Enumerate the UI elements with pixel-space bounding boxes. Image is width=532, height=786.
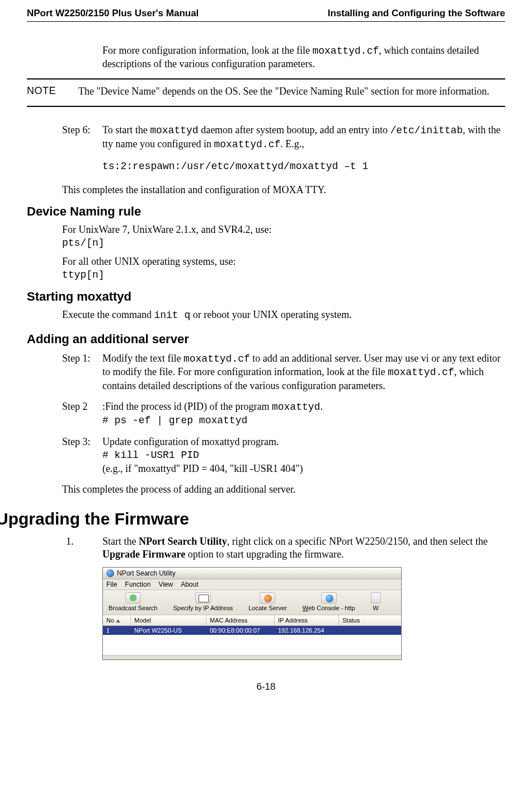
cell-mac: 00:90:E8:00:00:07 [206,626,275,635]
step-label: Step 2 [62,400,102,428]
step-label: Step 3: [62,436,102,475]
note-label: NOTE [27,85,78,98]
extra-icon [371,592,381,603]
menu-view-label: View [158,581,173,588]
heading-starting-moxattyd: Starting moxattyd [27,289,505,304]
col-header-ip[interactable]: IP Address [275,615,339,625]
specify-ip-button[interactable]: Specify by IP Address [173,592,233,611]
toolbar-label: W [373,605,379,611]
nport-search-utility-screenshot: NPort Search Utility File Function View … [102,567,402,660]
bold-text: Upgrade Firmware [102,549,185,560]
code-filename: moxattyd.cf [312,45,379,57]
code: moxattyd.cf [183,353,250,364]
menu-function[interactable]: Function [125,581,150,588]
intro-paragraph: For more configuration information, look… [102,44,505,71]
text: (e.g., if "moxattyd" PID = 404, "kill -U… [102,463,303,474]
col-header-no[interactable]: No [103,615,131,625]
heading-device-naming: Device Naming rule [27,204,505,219]
code: moxattyd [150,125,198,136]
menu-file-label: File [106,581,117,588]
code: moxattyd.cf [214,139,280,150]
locate-server-button[interactable]: Locate Server [248,592,286,611]
text: Update configuration of moxattyd program… [102,436,279,447]
globe-icon [321,592,337,603]
naming-p1: For UnixWare 7, UnixWare 2.1.x, and SVR4… [62,223,505,250]
cell-ip: 192.168.126.254 [275,626,339,635]
toolbar-label: Specify by IP Address [173,605,233,611]
naming-p2: For all other UNIX operating systems, us… [62,255,505,282]
label: No [106,617,114,624]
toolbar-label: Broadcast Search [109,605,157,611]
text: or reboot your UNIX operating system. [190,309,351,320]
adding-step-1: Step 1: Modify the text file moxattyd.cf… [62,352,505,392]
header-left: NPort W2250/2150 Plus User's Manual [27,8,199,19]
code-command: # ps -ef | grep moxattyd [102,415,247,426]
ip-icon [195,592,211,603]
page-header: NPort W2250/2150 Plus User's Manual Inst… [27,8,505,22]
list-number: 1. [66,535,102,562]
step-label: Step 6: [62,124,102,173]
toolbar-label: Locate Server [248,605,286,611]
toolbar-label: Web Console - http [303,605,355,611]
step-6: Step 6: To start the moxattyd daemon aft… [62,124,505,173]
toolbar: Broadcast Search Specify by IP Address L… [103,590,401,615]
text: For UnixWare 7, UnixWare 2.1.x, and SVR4… [62,224,272,235]
menu-function-label: Function [125,581,150,588]
col-header-mac[interactable]: MAC Address [206,615,275,625]
code: pts/[n] [62,237,105,249]
code: moxattyd.cf [388,367,454,378]
window-title: NPort Search Utility [117,569,176,577]
step-label: Step 1: [62,352,102,392]
statusbar [103,655,401,659]
cell-status [339,626,401,635]
heading-upgrading-firmware: Upgrading the Firmware [0,509,505,528]
text: Find the process id (PID) of the program [105,401,272,412]
table-row-empty [103,635,401,645]
menu-about[interactable]: About [181,581,198,588]
text: Start the [102,536,139,547]
col-header-model[interactable]: Model [131,615,206,625]
text: eb Console - http [308,605,355,611]
text: daemon after system bootup, add an entry… [199,124,390,135]
col-header-status[interactable]: Status [339,615,401,625]
code: moxattyd [272,401,320,413]
underline: W [303,605,308,611]
complete-install-text: This completes the installation and conf… [62,184,505,196]
search-icon [125,592,141,603]
page-number: 6-18 [27,681,505,693]
code: init q [154,310,190,321]
app-icon [106,569,114,577]
text: . E.g., [280,138,304,149]
text: Execute the command [62,309,154,320]
bold-text: NPort Search Utility [139,536,227,547]
table-row-empty [103,645,401,655]
text: For more configuration information, look… [102,45,312,56]
code-command: ts:2:respawn:/usr/etc/moxattyd/moxattyd … [102,160,505,173]
cell-no: 1 [103,626,131,635]
text: , right click on a specific NPort W2250/… [227,536,488,547]
cell-model: NPort W2250-US [131,626,206,635]
toolbar-extra[interactable]: W [371,592,381,611]
code-command: # kill -USR1 PID [102,450,199,461]
text: . [320,401,323,412]
text: option to start upgrading the firmware. [185,549,343,560]
text: To start the [102,124,150,135]
broadcast-search-button[interactable]: Broadcast Search [109,592,157,611]
menubar: File Function View About [103,579,401,590]
web-console-button[interactable]: Web Console - http [303,592,355,611]
table-row-selected[interactable]: 1 NPort W2250-US 00:90:E8:00:00:07 192.1… [103,626,401,635]
adding-step-2: Step 2 :Find the process id (PID) of the… [62,400,505,428]
code: ttyp[n] [62,269,105,280]
adding-step-3: Step 3: Update configuration of moxattyd… [62,436,505,475]
code: /etc/inittab [390,125,463,136]
note-box: NOTE The "Device Name" depends on the OS… [27,78,505,107]
menu-about-label: About [181,581,198,588]
note-text: The "Device Name" depends on the OS. See… [78,85,489,98]
upgrading-step-1: 1. Start the NPort Search Utility, right… [66,535,505,562]
locate-icon [260,592,275,603]
table-header-row: No Model MAC Address IP Address Status [103,615,401,626]
adding-done: This completes the process of adding an … [62,483,505,496]
header-right: Installing and Configuring the Software [328,8,505,19]
menu-file[interactable]: File [106,581,117,588]
menu-view[interactable]: View [158,581,173,588]
